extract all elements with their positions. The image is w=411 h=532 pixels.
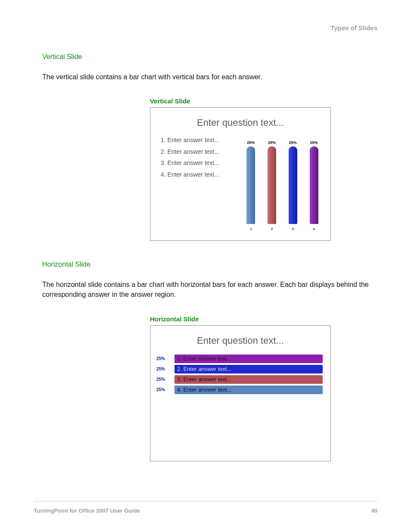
bar-value-label: 25%: [155, 354, 174, 364]
answer-item: 1. Enter answer text...: [161, 134, 240, 146]
body-text-vertical: The vertical slide contains a bar chart …: [42, 72, 377, 82]
bar-value-label: 25%: [310, 140, 318, 145]
bar-group: 25% 1: [242, 140, 260, 224]
answer-item: 3. Enter answer text...: [161, 157, 240, 169]
bar-value-label: 25%: [247, 140, 255, 145]
footer-page-number: 40: [371, 507, 377, 514]
bar-row: 25% 4. Enter answer text...: [155, 385, 323, 395]
bar-icon: [310, 146, 318, 224]
figure-caption-vertical: Vertical Slide: [150, 97, 377, 105]
document-page: Types of Slides Vertical Slide The verti…: [0, 0, 411, 532]
bar-value-label: 25%: [155, 375, 174, 384]
figure-caption-horizontal: Horizontal Slide: [150, 315, 377, 323]
slide-preview-horizontal: Enter question text... 25% 1. Enter answ…: [150, 325, 331, 461]
figure-vertical: Vertical Slide Enter question text... 1.…: [150, 97, 377, 241]
vertical-bar-chart: 25% 1 25% 2 25% 3 25%: [240, 133, 324, 232]
bar-row: 25% 3. Enter answer text...: [155, 375, 323, 384]
answer-item: 4. Enter answer text...: [161, 169, 240, 180]
bar-group: 25% 4: [305, 140, 323, 224]
bar-icon: [246, 146, 255, 224]
page-footer: TurningPoint for Office 2007 User Guide …: [34, 501, 377, 514]
bar-value-label: 25%: [155, 385, 174, 395]
answer-list: 1. Enter answer text... 2. Enter answer …: [161, 133, 240, 232]
bar-value-label: 25%: [289, 140, 297, 145]
bar-icon: [289, 146, 297, 224]
answer-item: 2. Enter answer text...: [161, 146, 240, 158]
answer-item: 2. Enter answer text...: [174, 366, 231, 372]
bar-value-label: 25%: [155, 364, 174, 374]
section-heading-vertical: Vertical Slide: [42, 53, 377, 61]
question-text: Enter question text...: [150, 108, 330, 133]
section-heading-horizontal: Horizontal Slide: [42, 261, 377, 268]
bar-category-label: 2: [271, 227, 273, 231]
answer-item: 3. Enter answer text...: [174, 376, 231, 383]
answer-item: 1. Enter answer text...: [174, 355, 231, 362]
slide-preview-vertical: Enter question text... 1. Enter answer t…: [150, 107, 331, 241]
bar-category-label: 1: [250, 227, 252, 231]
body-text-horizontal: The horizontal slide contains a bar char…: [42, 280, 377, 299]
bar-group: 25% 3: [283, 140, 302, 224]
bar-row: 25% 2. Enter answer text...: [155, 364, 323, 374]
answer-item: 4. Enter answer text...: [174, 386, 231, 393]
bar-icon: [268, 146, 276, 224]
horizontal-bar-chart: 25% 1. Enter answer text... 25% 2. Enter…: [150, 351, 330, 456]
bar-group: 25% 2: [263, 140, 281, 224]
bar-category-label: 4: [313, 227, 314, 231]
footer-title: TurningPoint for Office 2007 User Guide: [34, 507, 140, 514]
question-text: Enter question text...: [150, 326, 330, 351]
bar-value-label: 25%: [268, 140, 276, 145]
figure-horizontal: Horizontal Slide Enter question text... …: [150, 315, 377, 461]
page-topic: Types of Slides: [42, 24, 377, 31]
bar-category-label: 3: [292, 227, 294, 231]
bar-row: 25% 1. Enter answer text...: [155, 354, 323, 364]
